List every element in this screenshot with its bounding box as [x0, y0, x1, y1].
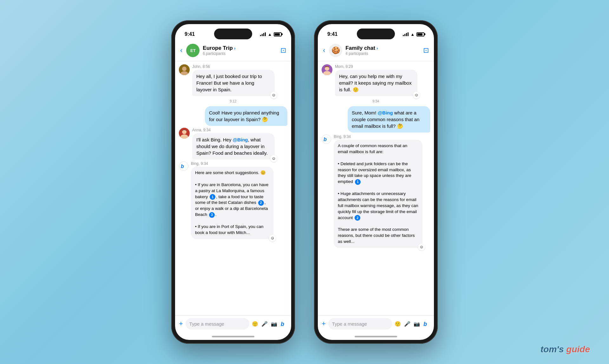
chat-subtitle-1: 6 participants: [203, 51, 277, 56]
title-chevron-1: ›: [234, 46, 236, 51]
battery-icon-1: [274, 32, 282, 36]
status-time-1: 9:41: [185, 31, 195, 37]
chat-title-2[interactable]: Family chat ›: [345, 45, 420, 51]
msg-sender-bing-1: Bing, 9:34: [191, 161, 273, 166]
chat-subtitle-2: 4 participants: [345, 51, 420, 56]
group-avatar-2: 🍪: [329, 44, 342, 57]
title-chevron-2: ›: [377, 46, 378, 51]
message-input-2[interactable]: Type a message: [328, 318, 392, 329]
bing-logo-1: b: [179, 161, 188, 171]
chat-title-1[interactable]: Europe Trip ›: [203, 45, 277, 51]
back-button-1[interactable]: ‹: [180, 46, 182, 55]
msg-bubble-sent-2: Sure, Mom! @Bing what are a couple commo…: [348, 106, 430, 133]
chat-header-info-2: Family chat › 4 participants: [345, 45, 420, 56]
reaction-mom: ☺: [413, 92, 420, 99]
emoji-button-2[interactable]: 🙂: [395, 321, 401, 327]
message-row-sent-1: Cool! Have you planned anything for our …: [179, 106, 287, 126]
msg-sender-anna: Anna, 9:34: [192, 128, 275, 132]
dynamic-island-1: [214, 29, 252, 39]
phones-container: 9:41 ▲ ‹ ET: [171, 20, 438, 344]
input-icons-2: 🙂 🎤 📷 b: [395, 320, 430, 327]
camera-button-1[interactable]: 📷: [271, 321, 277, 327]
back-button-2[interactable]: ‹: [323, 46, 325, 55]
dynamic-island-2: [357, 29, 395, 39]
bing-mention-1: @Bing: [233, 137, 248, 142]
svg-point-1: [182, 67, 187, 71]
message-row-anna: Anna, 9:34 I'll ask Bing. Hey @Bing, wha…: [179, 128, 287, 159]
msg-sender-mom: Mom, 9:29: [335, 64, 417, 69]
mic-button-2[interactable]: 🎤: [404, 321, 410, 327]
msg-content-sent-2: Sure, Mom! @Bing what are a couple commo…: [348, 106, 430, 133]
msg-bubble-bing-2: A couple of common reasons that an email…: [334, 140, 422, 248]
msg-bubble-john: Hey all, I just booked our trip to Franc…: [192, 70, 275, 96]
input-placeholder-1: Type a message: [189, 321, 224, 327]
msg-bubble-bing-1: Here are some short suggestions. 😊 • If …: [191, 167, 273, 239]
signal-icon-2: [403, 32, 409, 36]
chat-header-2: ‹ 🍪 Family chat › 4 participants ⊡: [318, 41, 434, 61]
phone-2: 9:41 ▲ ‹ 🍪: [314, 20, 438, 344]
bing-input-icon-1[interactable]: b: [280, 320, 287, 327]
emoji-button-1[interactable]: 🙂: [252, 321, 258, 327]
avatar-john: [179, 64, 190, 75]
group-avatar-1: ET: [186, 44, 200, 57]
svg-text:b: b: [423, 321, 427, 327]
citation-b1: 1: [355, 179, 361, 185]
avatar-mom: [322, 64, 332, 75]
msg-content-mom: Mom, 9:29 Hey, can you help me with my e…: [335, 64, 417, 96]
status-icons-2: ▲: [403, 32, 424, 37]
message-input-1[interactable]: Type a message: [186, 318, 249, 329]
wifi-icon-1: ▲: [268, 32, 272, 37]
svg-text:b: b: [181, 164, 184, 169]
reaction-bing-2: ☺: [418, 244, 425, 250]
msg-content-john: John, 8:56 Hey all, I just booked our tr…: [192, 64, 275, 96]
home-indicator-2: [355, 336, 397, 337]
reaction-anna: ☺: [270, 155, 277, 162]
citation-3: 3: [209, 212, 215, 218]
reaction-bing-1: ☺: [269, 235, 276, 242]
message-row-mom: Mom, 9:29 Hey, can you help me with my e…: [322, 64, 430, 96]
status-time-2: 9:41: [327, 31, 337, 37]
msg-content-anna: Anna, 9:34 I'll ask Bing. Hey @Bing, wha…: [192, 128, 275, 159]
reaction-john: ☺: [270, 92, 277, 99]
chat-header-1: ‹ ET Europe Trip › 6 participants ⊡: [175, 41, 291, 61]
msg-content-sent-1: Cool! Have you planned anything for our …: [205, 106, 287, 126]
bing-input-icon-2[interactable]: b: [423, 320, 430, 327]
citation-b2: 2: [355, 215, 360, 221]
video-button-1[interactable]: ⊡: [280, 46, 286, 55]
msg-bubble-sent-1: Cool! Have you planned anything for our …: [205, 106, 287, 126]
camera-button-2[interactable]: 📷: [414, 321, 420, 327]
bing-mention-2: @Bing: [378, 110, 393, 115]
video-button-2[interactable]: ⊡: [423, 46, 429, 55]
chat-messages-2: Mom, 9:29 Hey, can you help me with my e…: [318, 61, 434, 315]
msg-sender-bing-2: Bing, 9:34: [334, 134, 422, 139]
citation-2: 2: [258, 200, 264, 206]
status-icons-1: ▲: [260, 32, 282, 37]
message-row-bing-2: b Bing, 9:34 A couple of common reasons …: [322, 134, 430, 248]
phone-1: 9:41 ▲ ‹ ET: [171, 20, 295, 344]
phone-1-screen: 9:41 ▲ ‹ ET: [175, 24, 291, 340]
message-row-sent-2: Sure, Mom! @Bing what are a couple commo…: [322, 106, 430, 133]
chat-input-bar-2: + Type a message 🙂 🎤 📷 b: [318, 315, 434, 336]
add-attachment-button-1[interactable]: +: [179, 320, 183, 328]
chat-messages-1: John, 8:56 Hey all, I just booked our tr…: [175, 61, 291, 315]
msg-content-bing-1: Bing, 9:34 Here are some short suggestio…: [191, 161, 273, 239]
citation-1: 1: [210, 194, 215, 200]
message-row-john: John, 8:56 Hey all, I just booked our tr…: [179, 64, 287, 96]
watermark-guide: guide: [566, 344, 590, 354]
msg-sender-john: John, 8:56: [192, 64, 275, 69]
mic-button-1[interactable]: 🎤: [261, 321, 268, 327]
battery-icon-2: [416, 32, 424, 36]
signal-icon-1: [260, 32, 266, 36]
home-indicator-1: [212, 336, 254, 337]
svg-text:b: b: [324, 137, 327, 142]
avatar-anna: [179, 128, 190, 139]
msg-bubble-anna: I'll ask Bing. Hey @Bing, what should we…: [192, 133, 275, 159]
chat-header-info-1: Europe Trip › 6 participants: [203, 45, 277, 56]
phone-2-screen: 9:41 ▲ ‹ 🍪: [318, 24, 434, 340]
bing-logo-2: b: [322, 134, 331, 144]
chat-input-bar-1: + Type a message 🙂 🎤 📷 b: [175, 315, 291, 336]
input-icons-1: 🙂 🎤 📷 b: [252, 320, 287, 327]
add-attachment-button-2[interactable]: +: [322, 320, 326, 328]
time-label-2: 9:34: [322, 99, 430, 103]
svg-text:b: b: [281, 321, 284, 327]
